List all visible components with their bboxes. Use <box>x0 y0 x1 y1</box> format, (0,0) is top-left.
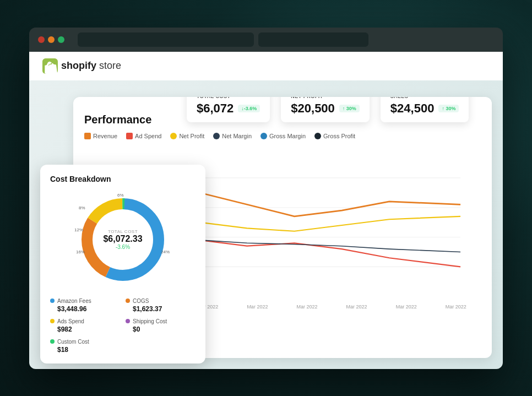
search-bar[interactable] <box>258 32 368 47</box>
x-label-mar2: Mar 2022 <box>247 304 268 310</box>
shopify-bag-icon: S <box>42 58 58 74</box>
cogs-value: $1,623.37 <box>126 305 196 313</box>
custom-cost-value: $18 <box>50 346 120 354</box>
total-cost-value: $6,072 <box>197 101 234 116</box>
cost-breakdown-card: Cost Breakdown 6% 8% <box>40 165 205 364</box>
legend-revenue: Revenue <box>84 133 117 139</box>
legend-revenue-label: Revenue <box>93 133 117 139</box>
traffic-lights <box>38 36 64 43</box>
shipping-cost-dot <box>126 319 130 323</box>
legend-netmargin: Net Margin <box>213 133 252 139</box>
pct-16: 16% <box>76 249 85 254</box>
donut-total-value: $6,072.33 <box>103 234 142 244</box>
total-cost-card: TOTAL COST $6,072 ↓-3.6% <box>187 97 270 122</box>
pct-12: 12% <box>74 227 83 232</box>
net-profit-value: $20,500 <box>291 101 335 116</box>
shipping-cost-name: Shipping Cost <box>133 318 167 324</box>
amazon-fees-value: $3,448.96 <box>50 305 120 313</box>
total-cost-label: TOTAL COST <box>197 97 260 99</box>
legend-grossmargin-icon <box>260 133 267 139</box>
legend-amazon-fees: Amazon Fees $3,448.96 <box>50 298 120 313</box>
maximize-button-icon[interactable] <box>58 36 64 43</box>
shopify-logo: S shopify store <box>42 58 121 74</box>
shopify-header: S shopify store <box>29 52 503 80</box>
x-label-mar3: Mar 2022 <box>296 304 317 310</box>
close-button-icon[interactable] <box>38 36 45 43</box>
browser-titlebar <box>29 28 503 52</box>
custom-cost-name: Custom Cost <box>57 339 89 345</box>
x-label-mar6: Mar 2022 <box>446 304 466 310</box>
x-label-mar5: Mar 2022 <box>396 304 417 310</box>
main-content: TOTAL COST $6,072 ↓-3.6% NET PROFIT $20,… <box>29 80 503 369</box>
donut-total-label: TOTAL COST <box>103 229 142 234</box>
amazon-fees-name: Amazon Fees <box>57 298 91 304</box>
legend-adspend: Ad Spend <box>126 133 161 139</box>
ads-spend-value: $982 <box>50 326 120 333</box>
net-profit-label: NET PROFIT <box>291 97 360 99</box>
legend-custom-cost: Custom Cost $18 <box>50 339 120 354</box>
legend-grossprofit: Gross Profit <box>314 133 355 139</box>
ads-spend-name: Ads Spend <box>57 318 84 324</box>
legend-revenue-icon <box>84 133 91 139</box>
sales-label: SALES <box>390 97 459 99</box>
shopify-brand-text: shopify store <box>61 60 121 72</box>
pct-8: 8% <box>79 205 85 210</box>
shipping-cost-value: $0 <box>126 326 196 333</box>
legend-adspend-label: Ad Spend <box>135 133 161 139</box>
donut-chart: 6% 8% 12% 16% 24% TOTAL COST $6,072.33 -… <box>73 190 172 289</box>
legend-cogs: COGS $1,623.37 <box>126 298 196 313</box>
legend-shipping-cost: Shipping Cost $0 <box>126 318 196 333</box>
legend-netprofit: Net Profit <box>170 133 204 139</box>
cogs-dot <box>126 299 130 303</box>
cost-legend-grid: Amazon Fees $3,448.96 COGS $1,623.37 Ads… <box>50 298 196 354</box>
url-bar[interactable] <box>78 32 254 47</box>
x-label-mar4: Mar 2022 <box>346 304 367 310</box>
legend-adspend-icon <box>126 133 133 139</box>
cogs-name: COGS <box>133 298 149 304</box>
cost-breakdown-title: Cost Breakdown <box>50 175 196 183</box>
legend-ads-spend: Ads Spend $982 <box>50 318 120 333</box>
legend-netprofit-icon <box>170 133 177 139</box>
net-profit-card: NET PROFIT $20,500 ↑ 30% <box>281 97 370 122</box>
legend-grossprofit-label: Gross Profit <box>323 133 355 139</box>
sales-card: SALES $24,500 ↑ 30% <box>381 97 469 122</box>
legend-grossmargin: Gross Margin <box>260 133 306 139</box>
amazon-fees-dot <box>50 299 55 303</box>
donut-total-change: -3.6% <box>103 244 142 250</box>
pct-6: 6% <box>117 193 124 198</box>
net-profit-badge: ↑ 30% <box>339 105 360 112</box>
donut-center: TOTAL COST $6,072.33 -3.6% <box>103 229 142 250</box>
browser-window: S shopify store TOTAL COST $6,072 ↓-3.6% <box>29 28 503 369</box>
browser-nav <box>78 32 494 47</box>
legend-grossmargin-label: Gross Margin <box>269 133 306 139</box>
legend-netmargin-label: Net Margin <box>222 133 252 139</box>
total-cost-badge: ↓-3.6% <box>238 105 260 112</box>
metrics-row: TOTAL COST $6,072 ↓-3.6% NET PROFIT $20,… <box>183 97 486 122</box>
legend-grossprofit-icon <box>314 133 321 139</box>
pct-24: 24% <box>161 249 170 254</box>
custom-cost-dot <box>50 339 55 344</box>
legend-netmargin-icon <box>213 133 220 139</box>
minimize-button-icon[interactable] <box>48 36 55 43</box>
legend-netprofit-label: Net Profit <box>179 133 204 139</box>
ads-spend-dot <box>50 319 55 323</box>
sales-badge: ↑ 30% <box>438 105 459 112</box>
svg-text:S: S <box>48 64 52 69</box>
sales-value: $24,500 <box>390 101 435 116</box>
chart-legend: Revenue Ad Spend Net Profit Net Margin G… <box>84 133 481 139</box>
